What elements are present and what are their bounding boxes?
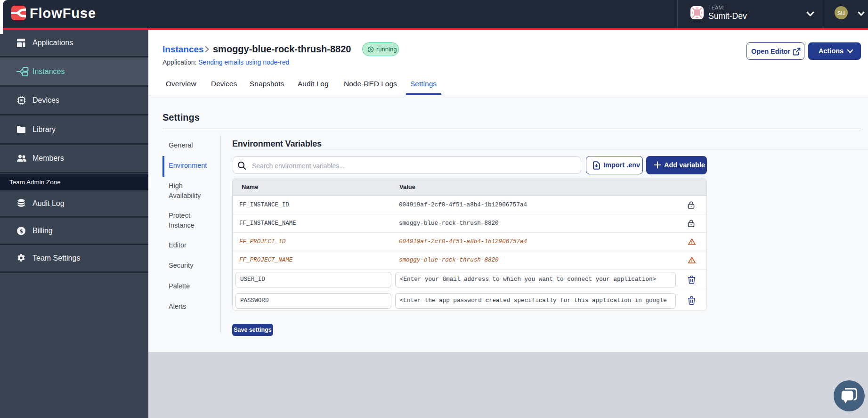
svg-text:$: $ [20, 227, 23, 234]
